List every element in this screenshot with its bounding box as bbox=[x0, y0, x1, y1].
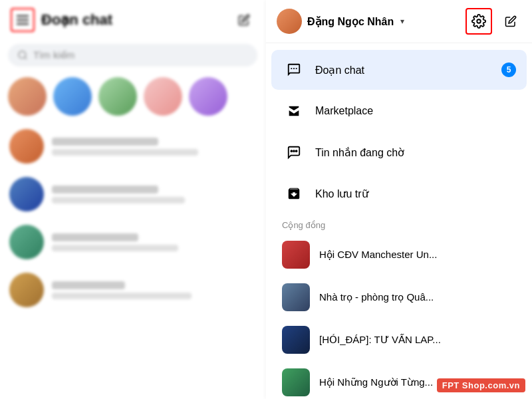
menu-label-marketplace: Marketplace bbox=[315, 105, 373, 117]
avatar bbox=[9, 129, 44, 164]
chat-preview bbox=[52, 293, 192, 299]
list-item[interactable] bbox=[0, 122, 265, 170]
menu-item-marketplace[interactable]: Marketplace bbox=[271, 91, 527, 131]
svg-point-3 bbox=[291, 150, 292, 152]
svg-point-2 bbox=[293, 150, 295, 152]
story-avatar-2[interactable] bbox=[53, 77, 92, 116]
right-header: Đặng Ngọc Nhân ▾ bbox=[266, 0, 532, 43]
chat-preview bbox=[52, 245, 178, 251]
list-item[interactable] bbox=[0, 218, 265, 266]
community-thumbnail bbox=[282, 368, 310, 396]
menu-label-doan-chat: Đoạn chat bbox=[315, 64, 364, 76]
pending-icon bbox=[282, 140, 306, 164]
story-avatar-1[interactable] bbox=[8, 77, 47, 116]
settings-button[interactable] bbox=[466, 8, 492, 35]
chat-preview bbox=[52, 197, 185, 203]
section-label-cong-dong: Cộng đồng bbox=[266, 215, 532, 233]
avatar bbox=[277, 9, 302, 34]
menu-label-kho-luu-tru: Kho lưu trữ bbox=[315, 188, 368, 200]
edit-button[interactable] bbox=[233, 9, 255, 31]
community-thumbnail bbox=[282, 326, 310, 354]
list-item[interactable] bbox=[0, 266, 265, 314]
svg-point-0 bbox=[19, 51, 26, 59]
search-placeholder: Tìm kiếm bbox=[33, 49, 74, 61]
community-name-3: [HỎI_ĐÁP]: TƯ VẤN LAP... bbox=[319, 334, 441, 346]
badge-doan-chat: 5 bbox=[501, 63, 516, 77]
gear-icon bbox=[471, 14, 486, 29]
community-name-4: Hội Những Người Từng... bbox=[319, 376, 433, 388]
chat-name bbox=[52, 281, 125, 289]
svg-point-4 bbox=[296, 150, 297, 152]
archive-icon bbox=[282, 182, 306, 205]
right-panel: Đặng Ngọc Nhân ▾ Đoạn cha bbox=[266, 0, 532, 399]
chat-name bbox=[52, 138, 158, 146]
list-item[interactable] bbox=[0, 170, 265, 218]
chat-name bbox=[52, 233, 138, 241]
avatar bbox=[9, 273, 44, 307]
community-name-1: Hội CĐV Manchester Un... bbox=[319, 249, 437, 261]
menu-item-tin-nhan-cho[interactable]: Tin nhắn đang chờ bbox=[271, 132, 527, 172]
page-title: Đoạn chat bbox=[41, 11, 233, 29]
chevron-down-icon: ▾ bbox=[400, 17, 404, 26]
menu-button[interactable] bbox=[11, 8, 35, 32]
community-item-2[interactable]: Nhà trọ - phòng trọ Quâ... bbox=[271, 277, 527, 318]
hamburger-icon bbox=[17, 15, 29, 25]
left-header: Đoạn chat bbox=[0, 0, 265, 40]
story-avatar-4[interactable] bbox=[144, 77, 182, 116]
community-name-2: Nhà trọ - phòng trọ Quâ... bbox=[319, 291, 434, 303]
watermark: FPT Shop.com.vn bbox=[437, 378, 525, 392]
chat-preview bbox=[52, 149, 198, 156]
search-bar[interactable]: Tìm kiếm bbox=[8, 44, 257, 66]
menu-item-doan-chat[interactable]: Đoạn chat 5 bbox=[271, 50, 527, 90]
chat-icon bbox=[282, 58, 306, 82]
svg-point-1 bbox=[477, 19, 481, 23]
menu-label-tin-nhan-cho: Tin nhắn đang chờ bbox=[315, 146, 404, 159]
community-thumbnail bbox=[282, 283, 310, 311]
user-name: Đặng Ngọc Nhân bbox=[307, 15, 394, 28]
menu-item-kho-luu-tru[interactable]: Kho lưu trữ bbox=[271, 174, 527, 213]
chat-name bbox=[52, 186, 158, 194]
marketplace-icon bbox=[282, 99, 306, 123]
avatar bbox=[9, 225, 44, 259]
stories-row bbox=[0, 73, 265, 122]
user-info[interactable]: Đặng Ngọc Nhân ▾ bbox=[277, 9, 404, 34]
community-item-3[interactable]: [HỎI_ĐÁP]: TƯ VẤN LAP... bbox=[271, 319, 527, 360]
edit-button-right[interactable] bbox=[500, 11, 521, 32]
search-icon bbox=[17, 50, 28, 61]
chat-list bbox=[0, 122, 265, 399]
community-item-1[interactable]: Hội CĐV Manchester Un... bbox=[271, 234, 527, 275]
left-panel: Đoạn chat Tìm kiếm bbox=[0, 0, 266, 399]
avatar bbox=[9, 177, 44, 211]
story-avatar-3[interactable] bbox=[98, 77, 137, 116]
story-avatar-5[interactable] bbox=[189, 77, 227, 116]
menu-list: Đoạn chat 5 Marketplace Tin nhắn đang ch… bbox=[266, 43, 532, 399]
community-thumbnail bbox=[282, 241, 310, 269]
